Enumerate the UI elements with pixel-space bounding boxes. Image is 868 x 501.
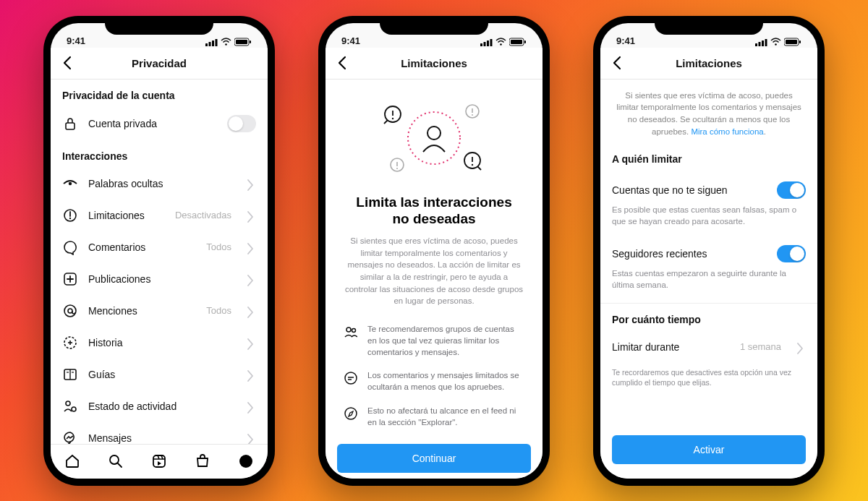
hero-description: Si sientes que eres víctima de acoso, pu…	[326, 235, 542, 317]
chevron-right-icon	[242, 240, 256, 254]
notch	[380, 16, 488, 35]
plus-square-icon	[62, 271, 78, 287]
page-title: Limitaciones	[676, 57, 742, 69]
svg-point-48	[472, 163, 473, 165]
label-private-account: Cuenta privada	[88, 118, 217, 129]
section-interactions: Interacciones	[51, 140, 268, 168]
desc-non-followers: Es posible que estas cuentas sean falsas…	[600, 202, 817, 234]
row-limits[interactable]: Limitaciones Desactivadas	[51, 200, 268, 231]
back-button[interactable]	[334, 48, 352, 79]
alert-circle-icon	[62, 207, 78, 223]
page-title: Limitaciones	[401, 57, 467, 69]
continue-button[interactable]: Continuar	[337, 444, 531, 473]
section-duration: Por cuánto tiempo	[600, 303, 817, 331]
comment-icon	[62, 239, 78, 255]
chevron-right-icon	[242, 208, 256, 223]
section-who-to-limit: A quién limitar	[600, 143, 817, 171]
comment-icon	[343, 369, 357, 393]
wifi-icon	[770, 38, 781, 46]
status-time: 9:41	[616, 35, 635, 46]
chevron-right-icon	[242, 335, 256, 350]
chevron-right-icon	[242, 272, 256, 286]
toggle-private-account[interactable]	[227, 115, 256, 132]
signal-icon	[205, 38, 218, 46]
status-time: 9:41	[67, 35, 85, 46]
row-guides[interactable]: Guías	[51, 359, 268, 390]
duration-footnote: Te recordaremos que desactives esta opci…	[600, 363, 817, 393]
bullet-groups: Te recomendaremos grupos de cuentas en l…	[326, 317, 542, 364]
chevron-right-icon	[791, 340, 806, 354]
header: Limitaciones	[326, 48, 542, 80]
wifi-icon	[221, 38, 231, 46]
tab-shop[interactable]	[194, 453, 211, 470]
header: Limitaciones	[600, 48, 817, 80]
signal-icon	[755, 38, 767, 46]
tab-reels[interactable]	[150, 453, 168, 470]
hero-title: Limita las interacciones no deseadas	[326, 189, 542, 236]
svg-point-51	[396, 168, 398, 169]
people-icon	[343, 323, 357, 358]
chevron-right-icon	[242, 176, 256, 191]
guide-icon	[62, 367, 78, 382]
battery-icon	[784, 38, 801, 46]
page-title: Privacidad	[132, 57, 187, 69]
row-limit-duration[interactable]: Limitar durante 1 semana	[600, 331, 817, 363]
row-posts[interactable]: Publicaciones	[51, 263, 268, 295]
activate-button[interactable]: Activar	[612, 435, 806, 464]
row-mentions[interactable]: Menciones Todos	[51, 295, 268, 327]
lock-icon	[62, 116, 78, 132]
activity-status-icon	[62, 398, 78, 414]
chevron-right-icon	[242, 431, 256, 444]
battery-icon	[509, 38, 527, 46]
tab-search[interactable]	[107, 453, 124, 470]
back-button[interactable]	[609, 48, 626, 79]
chevron-right-icon	[242, 367, 256, 382]
tab-bar	[51, 444, 268, 479]
notch	[655, 16, 763, 35]
toggle-recent-followers[interactable]	[777, 245, 806, 262]
toggle-non-followers[interactable]	[777, 181, 806, 199]
header: Privacidad	[51, 48, 268, 80]
battery-icon	[234, 38, 252, 46]
at-icon	[62, 303, 78, 319]
chevron-right-icon	[242, 304, 256, 318]
intro-text: Si sientes que eres víctima de acoso, pu…	[600, 80, 817, 144]
row-messages[interactable]: Mensajes	[51, 422, 268, 444]
row-story[interactable]: Historia	[51, 327, 268, 359]
row-non-followers[interactable]: Cuentas que no te siguen	[600, 171, 817, 202]
row-comments[interactable]: Comentarios Todos	[51, 231, 268, 263]
chevron-right-icon	[242, 399, 256, 414]
phone-limits-config: 9:41 Limitaciones Si sientes que eres ví…	[593, 16, 825, 486]
svg-point-38	[408, 112, 460, 164]
bullet-reach: Esto no afectará tu alcance en el feed n…	[326, 399, 542, 434]
row-recent-followers[interactable]: Seguidores recientes	[600, 234, 817, 266]
duration-value: 1 semana	[740, 341, 781, 352]
desc-recent-followers: Estas cuentas empezaron a seguirte duran…	[600, 266, 817, 298]
row-activity-status[interactable]: Estado de actividad	[51, 390, 268, 422]
status-time: 9:41	[341, 35, 360, 46]
tab-profile[interactable]	[237, 453, 255, 470]
eye-icon	[62, 176, 78, 192]
svg-point-39	[427, 127, 441, 140]
phone-limits-intro: 9:41 Limitaciones	[318, 16, 550, 486]
how-it-works-link[interactable]: Mira cómo funciona	[691, 127, 763, 136]
hero-illustration	[326, 80, 542, 189]
back-button[interactable]	[59, 48, 77, 79]
row-private-account[interactable]: Cuenta privada	[51, 107, 268, 140]
messenger-icon	[62, 430, 78, 444]
signal-icon	[480, 38, 493, 46]
bullet-hidden: Los comentarios y mensajes limitados se …	[326, 364, 542, 398]
phone-privacy: 9:41 Privacidad Privacidad de la cuenta …	[43, 16, 275, 486]
tab-home[interactable]	[64, 453, 81, 470]
svg-point-45	[472, 114, 473, 116]
compass-icon	[343, 405, 357, 428]
row-hidden-words[interactable]: Palabras ocultas	[51, 168, 268, 200]
svg-point-42	[392, 117, 393, 119]
wifi-icon	[495, 38, 506, 46]
notch	[105, 16, 213, 35]
story-add-icon	[62, 335, 78, 351]
section-account-privacy: Privacidad de la cuenta	[51, 80, 268, 107]
